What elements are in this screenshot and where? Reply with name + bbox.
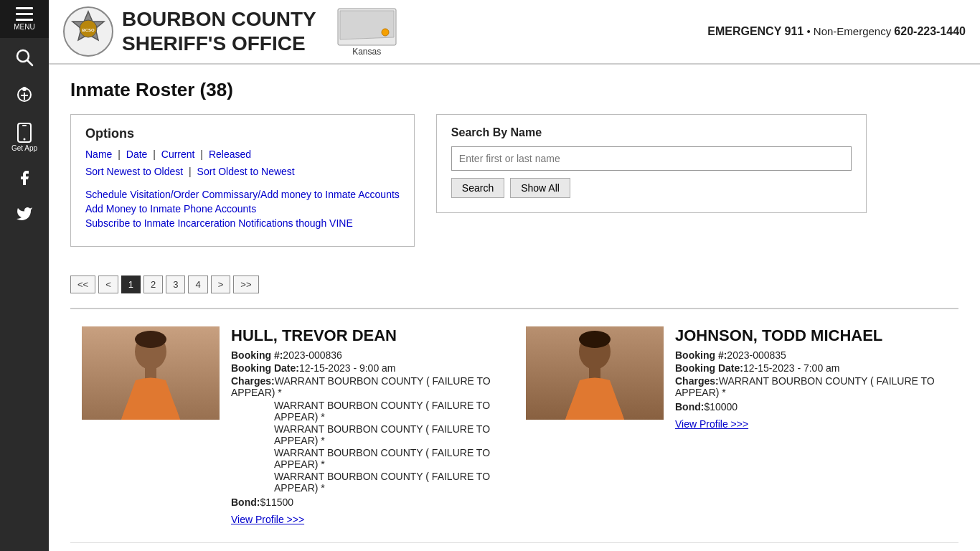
filter-links: Name | Date | Current | Released — [85, 149, 400, 160]
getapp-button[interactable]: Get App — [0, 116, 49, 159]
charge-item: WARRANT BOURBON COUNTY ( FAILURE TO APPE… — [274, 447, 503, 470]
svg-point-20 — [135, 331, 166, 348]
menu-label: MENU — [14, 23, 34, 31]
search-button[interactable] — [0, 41, 49, 75]
filter-date-link[interactable]: Date — [126, 149, 148, 160]
inmate-bond: Bond:$11500 — [231, 496, 503, 508]
page-4[interactable]: 4 — [188, 276, 207, 293]
svg-point-25 — [579, 331, 611, 348]
facebook-icon — [16, 169, 33, 187]
subscribe-vine-link[interactable]: Subscribe to Inmate Incarceration Notifi… — [85, 217, 400, 229]
sort-links: Sort Newest to Oldest | Sort Oldest to N… — [85, 166, 400, 177]
inmate-card: HULL, TREVOR DEAN Booking #:2023-000836 … — [70, 309, 514, 543]
accessibility-button[interactable] — [0, 78, 49, 113]
kansas-map: Kansas — [336, 7, 397, 57]
page-1[interactable]: 1 — [121, 276, 141, 293]
title-line2: SHERIFF'S OFFICE — [122, 32, 316, 56]
page-2[interactable]: 2 — [143, 276, 163, 293]
title-line1: BOURBON COUNTY — [122, 7, 316, 32]
svg-point-16 — [382, 29, 389, 36]
site-title: BOURBON COUNTY SHERIFF'S OFFICE — [122, 7, 316, 55]
page-last[interactable]: >> — [233, 276, 258, 293]
options-search-row: Options Name | Date | Current | Released… — [70, 114, 958, 261]
search-button-submit[interactable]: Search — [451, 178, 504, 198]
inmate-photo-svg — [526, 326, 664, 420]
inmate-charges: Charges:WARRANT BOURBON COUNTY ( FAILURE… — [231, 375, 503, 398]
header: BCSO BOURBON COUNTY SHERIFF'S OFFICE Kan… — [49, 0, 980, 65]
svg-text:BCSO: BCSO — [82, 28, 95, 32]
nonemergency-label: Non-Emergency — [814, 25, 891, 37]
sort-oldest-link[interactable]: Sort Oldest to Newest — [197, 166, 295, 177]
schedule-visitation-link[interactable]: Schedule Visitation/Order Commissary/Add… — [85, 189, 400, 200]
menu-button[interactable]: MENU — [0, 0, 49, 38]
search-title: Search By Name — [451, 126, 852, 139]
inmate-charges: Charges:WARRANT BOURBON COUNTY ( FAILURE… — [675, 375, 947, 398]
extra-links: Schedule Visitation/Order Commissary/Add… — [85, 189, 400, 229]
kansas-map-icon — [336, 7, 397, 47]
search-buttons: Search Show All — [451, 178, 852, 198]
charge-item: WARRANT BOURBON COUNTY ( FAILURE TO APPE… — [274, 471, 503, 494]
inmate-card: JOHNSON, TODD MICHAEL Booking #:2023-000… — [514, 309, 958, 543]
options-box: Options Name | Date | Current | Released… — [70, 114, 415, 247]
svg-line-4 — [27, 60, 32, 65]
filter-name-link[interactable]: Name — [85, 149, 112, 160]
sidebar: MENU Get App — [0, 0, 49, 551]
page-next[interactable]: > — [211, 276, 231, 293]
main-content: Inmate Roster (38) Options Name | Date |… — [49, 65, 980, 551]
inmate-name: JOHNSON, TODD MICHAEL — [675, 326, 947, 345]
sheriff-badge-icon: BCSO — [65, 9, 111, 55]
inmate-details: JOHNSON, TODD MICHAEL Booking #:2023-000… — [675, 326, 947, 525]
filter-released-link[interactable]: Released — [209, 149, 251, 160]
nonemergency-number: 620-223-1440 — [894, 25, 966, 37]
page-prev[interactable]: < — [98, 276, 118, 293]
inmate-photo — [526, 326, 664, 420]
page-first[interactable]: << — [70, 276, 95, 293]
twitter-button[interactable] — [0, 198, 49, 231]
menu-icon — [16, 7, 33, 22]
inmate-date: Booking Date:12-15-2023 - 9:00 am — [231, 362, 503, 374]
accessibility-icon — [15, 85, 34, 104]
facebook-button[interactable] — [0, 162, 49, 195]
sheriff-logo: BCSO — [63, 6, 113, 57]
view-profile-link[interactable]: View Profile >>> — [231, 514, 304, 525]
view-profile-link[interactable]: View Profile >>> — [675, 418, 748, 430]
search-icon — [15, 48, 34, 67]
inmate-photo-svg — [82, 326, 220, 420]
inmate-booking: Booking #:2023-000835 — [675, 349, 947, 361]
inmate-details: HULL, TREVOR DEAN Booking #:2023-000836 … — [231, 326, 503, 525]
emergency-label: EMERGENCY 911 — [707, 25, 804, 37]
inmate-name: HULL, TREVOR DEAN — [231, 326, 503, 345]
page-title: Inmate Roster (38) — [70, 79, 958, 101]
emergency-info: EMERGENCY 911 • Non-Emergency 620-223-14… — [707, 25, 966, 38]
search-input[interactable] — [451, 146, 852, 171]
svg-rect-2 — [16, 19, 33, 21]
inmate-photo — [82, 326, 220, 420]
charge-item: WARRANT BOURBON COUNTY ( FAILURE TO APPE… — [274, 423, 503, 446]
options-title: Options — [85, 126, 400, 141]
add-money-phone-link[interactable]: Add Money to Inmate Phone Accounts — [85, 203, 400, 215]
inmate-bond: Bond:$10000 — [675, 401, 947, 413]
phone-icon — [17, 123, 32, 143]
inmate-grid: HULL, TREVOR DEAN Booking #:2023-000836 … — [70, 308, 958, 543]
show-all-button[interactable]: Show All — [510, 178, 570, 198]
pagination: << < 1 2 3 4 > >> — [70, 276, 958, 293]
page-3[interactable]: 3 — [166, 276, 185, 293]
getapp-label: Get App — [11, 144, 37, 152]
svg-point-11 — [24, 138, 26, 141]
inmate-booking: Booking #:2023-000836 — [231, 349, 503, 361]
inmate-date: Booking Date:12-15-2023 - 7:00 am — [675, 362, 947, 374]
svg-rect-1 — [16, 13, 33, 15]
twitter-icon — [16, 205, 33, 222]
sort-newest-link[interactable]: Sort Newest to Oldest — [85, 166, 183, 177]
kansas-label: Kansas — [352, 47, 381, 57]
svg-rect-10 — [22, 125, 27, 126]
svg-rect-0 — [16, 7, 33, 9]
search-box: Search By Name Search Show All — [436, 114, 867, 213]
logo-area: BCSO BOURBON COUNTY SHERIFF'S OFFICE Kan… — [63, 6, 397, 57]
charge-item: WARRANT BOURBON COUNTY ( FAILURE TO APPE… — [274, 400, 503, 423]
filter-current-link[interactable]: Current — [161, 149, 195, 160]
